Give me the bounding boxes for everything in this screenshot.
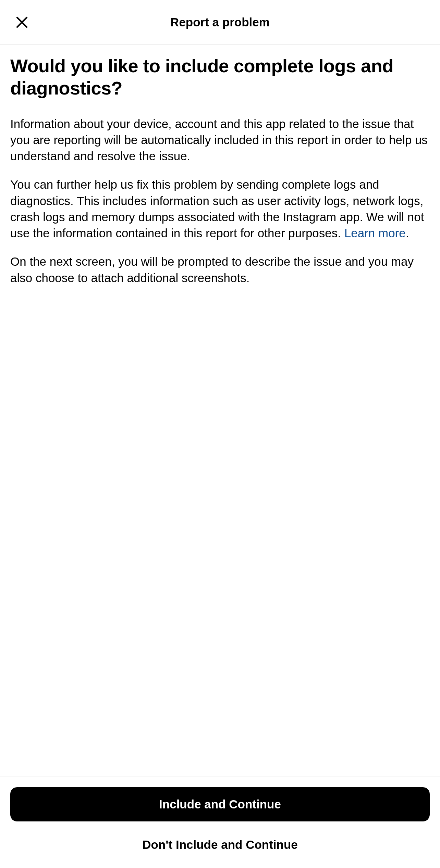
paragraph-logs-period: . — [406, 226, 409, 240]
main-content: Would you like to include complete logs … — [0, 45, 440, 777]
paragraph-next-screen: On the next screen, you will be prompted… — [10, 253, 430, 286]
page-title: Report a problem — [170, 15, 270, 29]
learn-more-link[interactable]: Learn more — [344, 226, 406, 240]
paragraph-device-info: Information about your device, account a… — [10, 116, 430, 164]
dont-include-continue-button[interactable]: Don't Include and Continue — [10, 832, 430, 858]
include-continue-button[interactable]: Include and Continue — [10, 787, 430, 821]
footer: Include and Continue Don't Include and C… — [0, 777, 440, 868]
heading: Would you like to include complete logs … — [10, 55, 430, 99]
header: Report a problem — [0, 0, 440, 45]
close-icon — [15, 15, 29, 29]
close-button[interactable] — [14, 14, 30, 30]
paragraph-logs-info: You can further help us fix this problem… — [10, 176, 430, 241]
